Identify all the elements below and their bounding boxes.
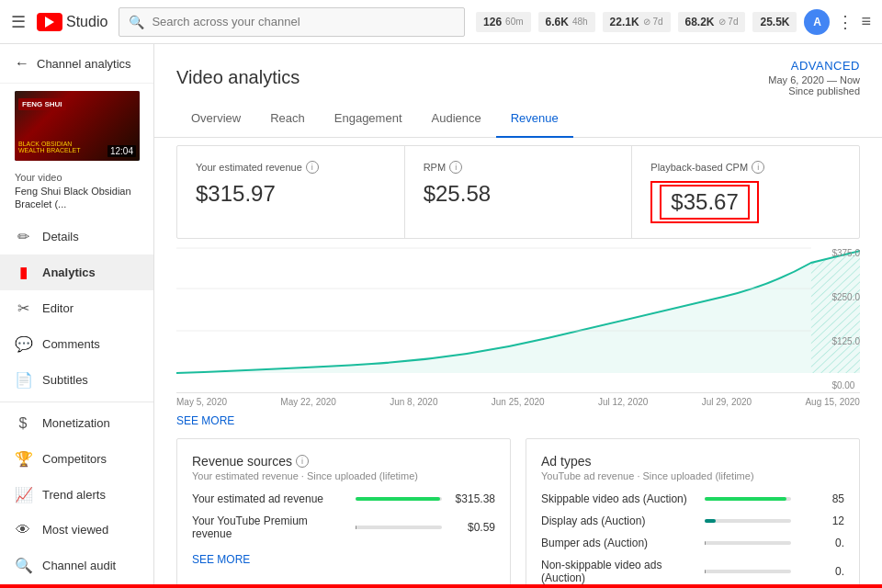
metric-label-revenue: Your estimated revenue i bbox=[196, 161, 386, 174]
tab-overview[interactable]: Overview bbox=[176, 100, 255, 138]
date-range: May 6, 2020 — Now Since published bbox=[768, 74, 860, 96]
sidebar-item-channel-audit[interactable]: 🔍 Channel audit bbox=[0, 548, 153, 583]
stat-label: ⊘ 7d bbox=[643, 17, 663, 27]
skippable-track bbox=[705, 497, 791, 501]
apps-icon[interactable]: ⋮ bbox=[837, 12, 854, 32]
stat-221k: 22.1K ⊘ 7d bbox=[603, 12, 671, 32]
info-icon-revenue[interactable]: i bbox=[306, 161, 319, 174]
tab-reach[interactable]: Reach bbox=[255, 100, 320, 138]
revenue-row-2: Your YouTube Premium revenue $0.59 bbox=[192, 514, 495, 540]
stat-num: 25.5K bbox=[760, 16, 789, 28]
nav-divider bbox=[0, 401, 153, 402]
display-track bbox=[705, 519, 791, 523]
ad-types-card: Ad types YouTube ad revenue · Since uplo… bbox=[526, 438, 860, 584]
y-label-0: $0.00 bbox=[831, 380, 860, 390]
sidebar-item-most-viewed[interactable]: 👁 Most viewed bbox=[0, 513, 153, 548]
tab-audience[interactable]: Audience bbox=[417, 100, 496, 138]
stat-num: 22.1K bbox=[610, 16, 639, 28]
sidebar-item-comments[interactable]: 💬 Comments bbox=[0, 326, 153, 362]
monetization-label: Monetization bbox=[42, 416, 110, 430]
stat-255k: 25.5K bbox=[752, 12, 797, 32]
back-arrow-icon: ← bbox=[15, 55, 29, 72]
hamburger-icon[interactable]: ☰ bbox=[11, 12, 26, 32]
trend-alerts-label: Trend alerts bbox=[42, 488, 106, 502]
subtitles-icon: 📄 bbox=[15, 371, 31, 389]
metric-value-revenue: $315.97 bbox=[196, 181, 386, 207]
sidebar-item-analytics[interactable]: ▮ Analytics bbox=[0, 254, 153, 290]
sources-see-more[interactable]: SEE MORE bbox=[192, 549, 495, 573]
x-label-5: Jul 12, 2020 bbox=[598, 397, 649, 407]
metric-label-cpm: Playback-based CPM i bbox=[650, 161, 841, 174]
stat-66k: 6.6K 48h bbox=[538, 12, 595, 32]
back-to-channel[interactable]: ← Channel analytics bbox=[0, 44, 153, 84]
bumper-track bbox=[705, 541, 791, 545]
metric-cpm: Playback-based CPM i $35.67 bbox=[632, 146, 859, 238]
editor-label: Editor bbox=[42, 301, 74, 315]
chart-see-more[interactable]: SEE MORE bbox=[176, 411, 860, 435]
metric-rpm: RPM i $25.58 bbox=[405, 146, 633, 238]
y-label-250: $250.0 bbox=[831, 292, 860, 302]
video-title: Feng Shui Black Obsidian Bracelet (... bbox=[15, 185, 139, 211]
ad-types-title: Ad types bbox=[541, 454, 844, 469]
x-label-2: May 22, 2020 bbox=[280, 397, 336, 407]
sidebar-nav: ✏ Details ▮ Analytics ✂ Editor 💬 Comment… bbox=[0, 219, 153, 584]
sidebar-item-competitors[interactable]: 🏆 Competitors bbox=[0, 441, 153, 477]
stat-label: 60m bbox=[505, 17, 523, 27]
display-label: Display ads (Auction) bbox=[541, 514, 697, 527]
metric-value-cpm: $35.67 bbox=[650, 181, 758, 223]
ad-revenue-track bbox=[356, 497, 442, 501]
ad-type-row-1: Skippable video ads (Auction) 85 bbox=[541, 492, 844, 505]
y-label-125: $125.0 bbox=[831, 336, 860, 346]
metrics-row: Your estimated revenue i $315.97 RPM i $… bbox=[176, 145, 860, 239]
revenue-row-1: Your estimated ad revenue $315.38 bbox=[192, 492, 495, 505]
premium-revenue-track bbox=[356, 526, 442, 529]
tab-engagement[interactable]: Engagement bbox=[320, 100, 417, 138]
content-header: Video analytics ADVANCED May 6, 2020 — N… bbox=[154, 44, 882, 96]
ad-type-row-4: Non-skippable video ads (Auction) 0. bbox=[541, 559, 844, 584]
main-layout: ← Channel analytics FENG SHUI BLACK OBSI… bbox=[0, 44, 882, 584]
revenue-sources-subtitle: Your estimated revenue · Since uploaded … bbox=[192, 470, 495, 481]
x-label-4: Jun 25, 2020 bbox=[492, 397, 545, 407]
tab-revenue[interactable]: Revenue bbox=[496, 100, 573, 138]
x-label-3: Jun 8, 2020 bbox=[390, 397, 437, 407]
search-bar[interactable]: 🔍 bbox=[119, 7, 465, 37]
advanced-button[interactable]: ADVANCED bbox=[791, 59, 860, 73]
kebab-icon[interactable]: ≡ bbox=[861, 12, 871, 31]
chart-y-labels: $375.0 $250.0 $125.0 $0.00 bbox=[831, 246, 860, 392]
x-label-6: Jul 29, 2020 bbox=[702, 397, 752, 407]
nonskippable-track bbox=[705, 570, 791, 573]
ad-revenue-label: Your estimated ad revenue bbox=[192, 492, 348, 505]
most-viewed-label: Most viewed bbox=[42, 523, 108, 537]
analytics-label: Analytics bbox=[42, 266, 96, 279]
sidebar-item-editor[interactable]: ✂ Editor bbox=[0, 290, 153, 326]
thumb-image: FENG SHUI BLACK OBSIDIANWEALTH BRACELET … bbox=[15, 91, 140, 161]
monetization-icon: $ bbox=[15, 415, 31, 432]
info-icon-cpm[interactable]: i bbox=[752, 161, 764, 174]
stat-num: 6.6K bbox=[546, 16, 569, 28]
tabs-row: Overview Reach Engagement Audience Reven… bbox=[154, 100, 882, 138]
stat-682k: 68.2K ⊘ 7d bbox=[678, 12, 746, 32]
header-right: ADVANCED May 6, 2020 — Now Since publish… bbox=[768, 59, 860, 96]
info-icon-rpm[interactable]: i bbox=[449, 161, 462, 174]
avatar[interactable]: A bbox=[804, 9, 830, 35]
sidebar-item-details[interactable]: ✏ Details bbox=[0, 219, 153, 254]
sidebar-item-subtitles[interactable]: 📄 Subtitles bbox=[0, 362, 153, 398]
premium-revenue-value: $0.59 bbox=[449, 521, 495, 534]
sidebar-item-trend-alerts[interactable]: 📈 Trend alerts bbox=[0, 477, 153, 513]
search-input[interactable] bbox=[152, 15, 455, 28]
info-icon-sources[interactable]: i bbox=[296, 455, 309, 468]
chart-area-fill bbox=[176, 251, 860, 373]
sidebar: ← Channel analytics FENG SHUI BLACK OBSI… bbox=[0, 44, 154, 584]
sidebar-item-monetization[interactable]: $ Monetization bbox=[0, 406, 153, 441]
bumper-label: Bumper ads (Auction) bbox=[541, 537, 697, 549]
ad-types-subtitle: YouTube ad revenue · Since uploaded (lif… bbox=[541, 470, 844, 481]
display-fill bbox=[705, 519, 716, 523]
channel-audit-label: Channel audit bbox=[42, 559, 116, 572]
display-value: 12 bbox=[798, 514, 844, 527]
metric-label-rpm: RPM i bbox=[424, 161, 614, 174]
revenue-sources-title: Revenue sources i bbox=[192, 454, 495, 469]
metric-value-rpm: $25.58 bbox=[424, 181, 614, 207]
bumper-value: 0. bbox=[798, 537, 844, 549]
pencil-icon: ✏ bbox=[15, 228, 31, 245]
analytics-icon: ▮ bbox=[15, 264, 31, 281]
